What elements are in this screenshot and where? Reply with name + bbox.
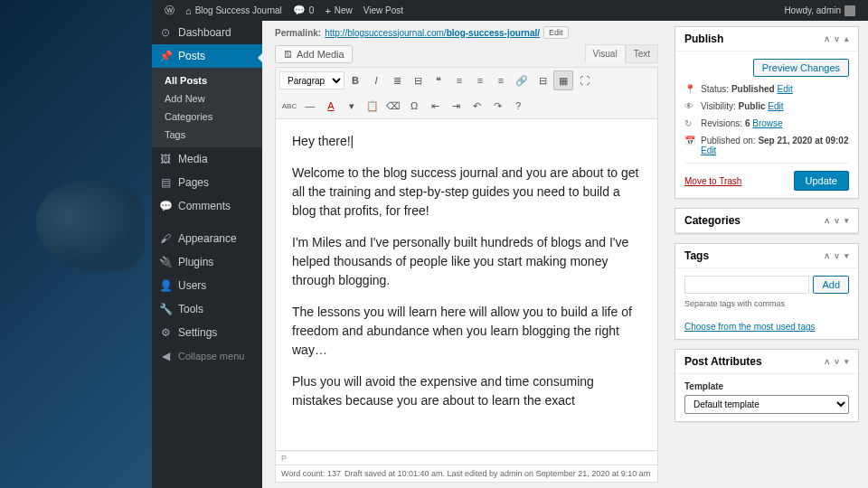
chevron-down-icon[interactable]: ▾	[342, 96, 362, 116]
nav-settings[interactable]: ⚙Settings	[152, 321, 262, 344]
nav-plugins[interactable]: 🔌Plugins	[152, 250, 262, 274]
tags-box: Tagsʌv▾ Add Separate tags with commas Ch…	[675, 243, 859, 340]
nav-posts-sub: All Posts Add New Categories Tags	[152, 68, 262, 147]
tag-input[interactable]	[684, 276, 809, 294]
user-icon: 👤	[159, 279, 172, 292]
paste-button[interactable]: 📋	[363, 96, 382, 116]
site-link[interactable]: ⌂Blog Success Journal	[180, 5, 288, 16]
undo-button[interactable]: ↶	[467, 96, 486, 116]
nav-users[interactable]: 👤Users	[152, 274, 262, 297]
new-label: New	[335, 5, 353, 15]
view-post-link[interactable]: View Post	[358, 5, 409, 15]
wrench-icon: 🔧	[159, 303, 172, 315]
editor-content[interactable]: Hey there! Welcome to the blog success j…	[275, 119, 658, 451]
align-center-button[interactable]: ≡	[470, 70, 490, 90]
edit-status-link[interactable]: Edit	[777, 84, 792, 94]
post-paragraph: Hey there!	[292, 134, 351, 148]
chevron-up-icon[interactable]: ʌ	[825, 216, 829, 225]
wordpress-icon: ⓦ	[165, 4, 175, 17]
nav-appearance[interactable]: 🖌Appearance	[152, 227, 262, 250]
outdent-button[interactable]: ⇤	[425, 96, 445, 116]
chevron-down-icon[interactable]: ▾	[844, 357, 849, 366]
chevron-up-icon[interactable]: ▴	[844, 34, 849, 43]
most-used-tags-link[interactable]: Choose from the most used tags	[684, 322, 816, 332]
wp-logo[interactable]: ⓦ	[159, 4, 180, 17]
chevron-up-icon[interactable]: ʌ	[825, 251, 829, 260]
brush-icon: 🖌	[159, 232, 172, 245]
chevron-down-icon[interactable]: v	[835, 251, 839, 260]
link-button[interactable]: 🔗	[512, 70, 532, 90]
nav-posts[interactable]: 📌Posts	[152, 44, 262, 68]
more-button[interactable]: ⊟	[533, 70, 552, 90]
chevron-down-icon[interactable]: ▾	[844, 216, 849, 225]
post-attributes-box: Post Attributesʌv▾ Template Default temp…	[675, 349, 859, 422]
fullscreen-button[interactable]: ⛶	[574, 70, 594, 90]
strikethrough-button[interactable]: ABC	[279, 96, 299, 116]
clear-format-button[interactable]: ⌫	[383, 96, 403, 116]
chevron-down-icon[interactable]: v	[835, 357, 839, 366]
align-right-button[interactable]: ≡	[491, 70, 511, 90]
number-list-button[interactable]: ⊟	[408, 70, 428, 90]
calendar-icon: 📅	[684, 136, 695, 145]
post-paragraph: I'm Miles and I've personally built hund…	[292, 233, 641, 290]
permalink-label: Permalink:	[275, 28, 321, 38]
hr-button[interactable]: —	[300, 96, 320, 116]
site-name: Blog Success Journal	[195, 5, 282, 15]
nav-collapse[interactable]: ◀Collapse menu	[152, 344, 262, 368]
chevron-up-icon[interactable]: ʌ	[825, 357, 829, 366]
comment-icon: 💬	[293, 5, 306, 16]
special-char-button[interactable]: Ω	[404, 96, 424, 116]
comment-count: 0	[309, 5, 315, 15]
template-select[interactable]: Default template	[684, 395, 849, 414]
post-paragraph: The lessons you will learn here will all…	[292, 303, 641, 360]
post-paragraph: Welcome to the blog success journal and …	[292, 164, 641, 221]
update-button[interactable]: Update	[794, 171, 849, 191]
bullet-list-button[interactable]: ≣	[387, 70, 407, 90]
text-color-button[interactable]: A	[321, 96, 341, 116]
nav-all-posts[interactable]: All Posts	[152, 71, 262, 89]
chevron-down-icon[interactable]: v	[835, 34, 839, 43]
nav-tools[interactable]: 🔧Tools	[152, 297, 262, 321]
nav-categories[interactable]: Categories	[152, 108, 262, 126]
nav-pages[interactable]: ▤Pages	[152, 171, 262, 194]
browse-revisions-link[interactable]: Browse	[752, 118, 782, 128]
howdy[interactable]: Howdy, admin	[778, 5, 861, 16]
move-to-trash-link[interactable]: Move to Trash	[684, 176, 741, 186]
page-icon: ▤	[159, 176, 172, 189]
nav-media[interactable]: 🖼Media	[152, 147, 262, 171]
permalink-link[interactable]: http://blogsuccessjournal.com/blog-succe…	[325, 28, 540, 38]
categories-title: Categories	[684, 214, 741, 227]
post-paragraph: Plus you will avoid the expensive and ti…	[292, 372, 641, 410]
attrs-title: Post Attributes	[684, 355, 762, 368]
align-left-button[interactable]: ≡	[449, 70, 469, 90]
nav-add-new[interactable]: Add New	[152, 89, 262, 108]
tab-text[interactable]: Text	[626, 44, 658, 63]
indent-button[interactable]: ⇥	[446, 96, 466, 116]
nav-dashboard[interactable]: ⊙Dashboard	[152, 21, 262, 44]
add-tag-button[interactable]: Add	[813, 276, 849, 294]
chevron-down-icon[interactable]: v	[835, 216, 839, 225]
chevron-up-icon[interactable]: ʌ	[825, 34, 829, 43]
edit-date-link[interactable]: Edit	[701, 145, 716, 155]
redo-button[interactable]: ↷	[487, 96, 507, 116]
preview-changes-button[interactable]: Preview Changes	[753, 59, 849, 77]
bold-button[interactable]: B	[345, 70, 365, 90]
toolbar-toggle-button[interactable]: ▦	[553, 70, 573, 90]
permalink-edit-button[interactable]: Edit	[543, 26, 569, 39]
collapse-icon: ◀	[159, 350, 172, 362]
tab-visual[interactable]: Visual	[585, 44, 626, 63]
edit-visibility-link[interactable]: Edit	[768, 101, 783, 111]
add-media-button[interactable]: 🖻Add Media	[275, 45, 353, 63]
nav-comments[interactable]: 💬Comments	[152, 194, 262, 218]
format-select[interactable]: Paragraph	[279, 71, 344, 89]
new-link[interactable]: +New	[319, 5, 357, 16]
comments-link[interactable]: 💬0	[288, 5, 320, 16]
chevron-down-icon[interactable]: ▾	[844, 251, 849, 260]
nav-tags[interactable]: Tags	[152, 126, 262, 144]
quote-button[interactable]: ❝	[429, 70, 448, 90]
path-bar: P	[275, 451, 658, 465]
italic-button[interactable]: I	[366, 70, 386, 90]
tag-hint: Separate tags with commas	[684, 299, 849, 308]
help-button[interactable]: ?	[508, 96, 528, 116]
admin-sidebar: ⊙Dashboard 📌Posts All Posts Add New Cate…	[152, 21, 262, 488]
